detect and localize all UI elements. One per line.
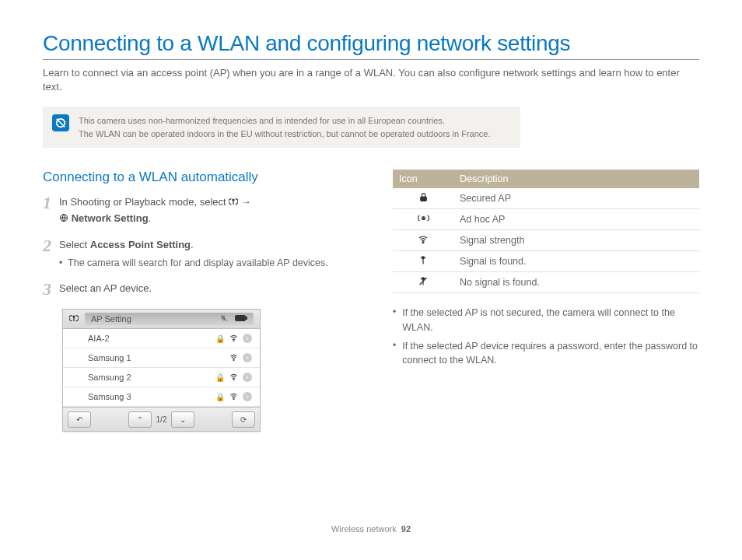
wifi-icon <box>393 230 453 251</box>
page-title: Connecting to a WLAN and configuring net… <box>43 31 699 56</box>
note-box: This camera uses non-harmonized frequenc… <box>43 107 520 148</box>
antenna-icon <box>393 251 453 272</box>
go-icon: › <box>243 392 252 401</box>
step-2: 2 Select Access Point Setting. • The cam… <box>43 237 354 270</box>
globe-icon <box>59 212 68 227</box>
antenna-icon <box>229 195 238 211</box>
ap-item[interactable]: Samsung 1 › <box>63 348 260 368</box>
ap-item[interactable]: Samsung 3 🔒 › <box>63 387 260 407</box>
wifi-icon <box>229 334 238 344</box>
ap-item-label: Samsung 1 <box>88 353 131 362</box>
svg-point-2 <box>73 316 75 317</box>
step3-text: Select an AP device. <box>59 281 354 298</box>
step1-arrow: → <box>241 196 251 208</box>
ap-status-icons <box>220 314 247 324</box>
svg-point-8 <box>233 359 234 360</box>
step-number: 2 <box>43 237 51 270</box>
svg-point-10 <box>233 398 234 399</box>
ap-item-label: Samsung 2 <box>88 373 131 382</box>
up-button[interactable]: ⌃ <box>128 411 152 428</box>
antenna-icon <box>69 313 79 324</box>
footer-page: 92 <box>401 524 411 534</box>
svg-point-0 <box>233 199 234 201</box>
step-3: 3 Select an AP device. <box>43 281 354 298</box>
step-number: 3 <box>43 281 51 298</box>
page-footer: Wireless network 92 <box>0 524 742 534</box>
td-desc: No signal is found. <box>453 272 699 293</box>
title-rule <box>43 59 699 60</box>
step2-text-b: Access Point Setting <box>90 239 191 250</box>
step-number: 1 <box>43 194 51 226</box>
step-1: 1 In Shooting or Playback mode, select →… <box>43 194 354 226</box>
lock-icon <box>393 188 453 209</box>
step1-text-b: Network Setting <box>72 212 149 224</box>
td-desc: Ad hoc AP <box>453 209 699 230</box>
ap-title: AP Setting <box>91 314 131 324</box>
down-button[interactable]: ⌄ <box>171 411 194 428</box>
svg-point-13 <box>422 218 424 219</box>
svg-point-9 <box>233 379 234 380</box>
lock-icon: 🔒 <box>215 373 225 382</box>
ap-item[interactable]: AIA-2 🔒 › <box>63 329 260 348</box>
icon-description-table: Icon Description Secured AP Ad hoc AP S <box>393 170 699 293</box>
section-heading: Connecting to a WLAN automatically <box>43 170 354 185</box>
ap-setting-panel: AP Setting AIA-2 🔒 › Samsung 1 <box>62 309 261 432</box>
notes-list: •If the selected AP is not secured, the … <box>393 306 699 367</box>
go-icon: › <box>243 353 252 362</box>
svg-point-14 <box>422 242 424 243</box>
adhoc-icon <box>393 209 453 230</box>
td-desc: Signal strength <box>453 230 699 251</box>
wifi-icon <box>229 353 238 363</box>
step2-text-a: Select <box>59 239 90 250</box>
go-icon: › <box>243 373 252 382</box>
page-indicator: 1/2 <box>155 415 169 424</box>
note-line2: The WLAN can be operated indoors in the … <box>79 128 491 141</box>
svg-rect-6 <box>236 317 245 320</box>
td-desc: Secured AP <box>453 188 699 209</box>
wifi-icon <box>229 373 238 383</box>
ap-item-label: Samsung 3 <box>88 392 131 401</box>
no-signal-icon <box>393 272 453 293</box>
step2-sub: The camera will search for and display a… <box>68 257 328 268</box>
td-desc: Signal is found. <box>453 251 699 272</box>
lock-icon: 🔒 <box>215 393 225 401</box>
svg-point-7 <box>233 340 234 341</box>
step1-text-a: In Shooting or Playback mode, select <box>59 196 229 208</box>
wifi-icon <box>229 392 238 402</box>
lock-icon: 🔒 <box>215 334 225 343</box>
refresh-button[interactable]: ⟳ <box>232 411 255 428</box>
ap-item-label: AIA-2 <box>88 334 110 343</box>
bullet-text: If the selected AP device requires a pas… <box>402 339 699 367</box>
ap-item[interactable]: Samsung 2 🔒 › <box>63 368 260 387</box>
intro-text: Learn to connect via an access point (AP… <box>43 66 699 94</box>
note-line1: This camera uses non-harmonized frequenc… <box>79 114 491 128</box>
svg-rect-5 <box>246 317 247 320</box>
note-text: This camera uses non-harmonized frequenc… <box>79 114 491 140</box>
th-desc: Description <box>453 170 699 188</box>
bullet-text: If the selected AP is not secured, the c… <box>402 306 699 334</box>
go-icon: › <box>243 334 252 343</box>
note-icon <box>52 114 69 131</box>
footer-section: Wireless network <box>331 524 397 534</box>
th-icon: Icon <box>393 170 453 188</box>
svg-rect-11 <box>420 197 426 201</box>
back-button[interactable]: ↶ <box>68 411 91 428</box>
